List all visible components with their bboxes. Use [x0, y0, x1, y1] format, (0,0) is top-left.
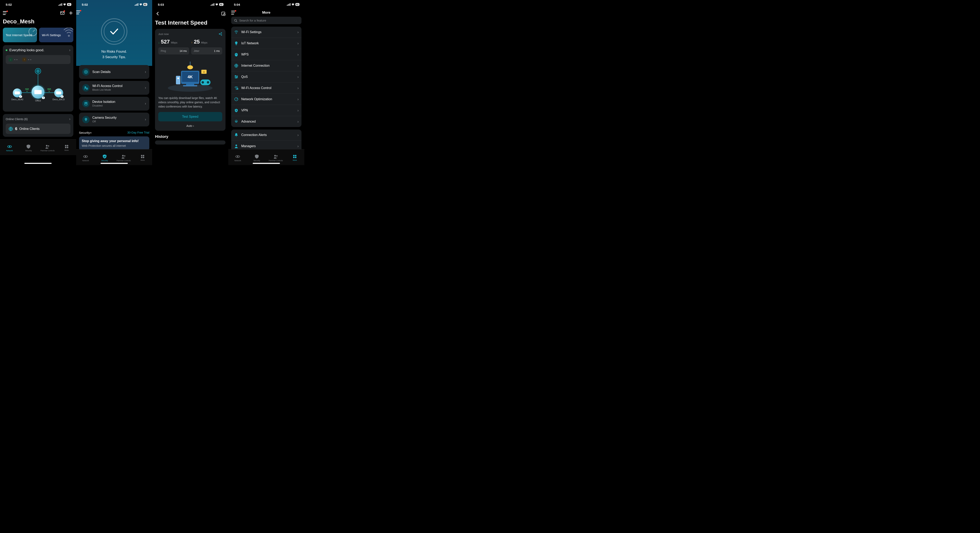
svg-point-46	[187, 65, 193, 69]
camera-security-item[interactable]: Camera Security Off ›	[79, 113, 150, 126]
status-bar: 5:02 82	[0, 0, 76, 9]
tab-more[interactable]: More	[133, 149, 152, 165]
node-client-count: 5	[42, 97, 45, 99]
svg-point-73	[237, 156, 238, 157]
screen-speed-test: 5:03 82 Test Internet Speed Just now ↓ 5…	[152, 0, 228, 165]
chevron-right-icon: ›	[145, 117, 146, 121]
network-status-card[interactable]: Everything looks good. › ↓ - - ↑ - - 1	[3, 45, 73, 112]
svg-point-42	[221, 32, 222, 34]
more-item-internet[interactable]: Internet Connection ›	[231, 60, 302, 71]
item-label: QoS	[241, 75, 295, 79]
more-item-access-control[interactable]: Wi-Fi Access Control ›	[231, 82, 302, 94]
promo-card[interactable]: Stop giving away your personal info! Web…	[79, 136, 150, 149]
bell-icon	[234, 133, 239, 137]
svg-rect-60	[289, 4, 290, 6]
svg-point-9	[9, 146, 10, 147]
speed-summary[interactable]: ↓ - - ↑ - -	[6, 55, 70, 64]
grid-icon	[141, 155, 145, 158]
tab-label: More	[64, 149, 68, 151]
device-isolation-item[interactable]: Device Isolation Disabled ›	[79, 97, 150, 110]
speed-result-card: Just now ↓ 527 Mbps ↑ 25 Mbps Ping 14 ms	[155, 29, 226, 131]
share-button[interactable]	[219, 32, 222, 36]
svg-rect-38	[213, 4, 213, 6]
schedule-button[interactable]	[221, 11, 226, 16]
wifi-settings-card[interactable]: Wi-Fi Settings	[39, 28, 73, 42]
svg-rect-14	[65, 147, 67, 148]
shield-icon	[102, 154, 107, 159]
more-item-qos[interactable]: QoS ›	[231, 71, 302, 82]
more-item-vpn[interactable]: VPN ›	[231, 105, 302, 116]
svg-point-31	[124, 155, 125, 156]
tab-parental[interactable]: Parental Controls	[38, 139, 57, 155]
node-label: Deco_69CD	[52, 98, 65, 101]
more-item-iot[interactable]: IoT Network ›	[231, 38, 302, 49]
menu-button[interactable]	[231, 11, 235, 14]
svg-point-75	[276, 155, 277, 156]
scan-details-item[interactable]: Scan Details ›	[79, 65, 150, 79]
history-list[interactable]	[155, 140, 226, 145]
svg-point-65	[237, 77, 237, 77]
auto-selector[interactable]: Auto ›	[158, 124, 222, 128]
more-item-optimization[interactable]: Network Optimization ›	[231, 94, 302, 105]
chevron-right-icon: ›	[298, 86, 299, 90]
svg-rect-3	[62, 3, 62, 6]
network-icon	[7, 144, 12, 149]
svg-rect-39	[214, 3, 214, 6]
status-indicators: 82	[135, 3, 147, 6]
more-item-advanced[interactable]: Advanced ›	[231, 116, 302, 127]
svg-rect-58	[287, 5, 288, 6]
menu-button[interactable]	[76, 11, 81, 14]
tab-network[interactable]: Network	[76, 149, 95, 165]
mesh-topology: 1 Deco_6EA0 5 Office 0 Deco_69CD	[6, 66, 70, 109]
tab-label: Security	[101, 160, 108, 161]
history-title: History	[152, 131, 228, 140]
tab-network[interactable]: Network	[228, 149, 247, 165]
wifi-access-control-item[interactable]: Wi-Fi Access Control Block List Mode ›	[79, 81, 150, 95]
svg-rect-76	[293, 155, 294, 156]
screen-security: 5:02 82 No Risks Found. 3 Security Tips.…	[76, 0, 152, 165]
status-indicators: 82	[59, 3, 71, 6]
home-indicator[interactable]	[24, 163, 52, 164]
tab-label: Parental Controls	[40, 150, 55, 152]
status-indicators: 82	[211, 3, 223, 6]
add-button[interactable]	[68, 11, 73, 16]
chevron-right-icon: ›	[298, 97, 299, 101]
online-clients-card[interactable]: Online Clients (6) › 6 Online Clients	[3, 114, 73, 137]
more-item-alerts[interactable]: Connection Alerts ›	[231, 129, 302, 140]
mail-button[interactable]	[60, 11, 65, 16]
page-title: More	[235, 11, 297, 14]
home-indicator[interactable]	[253, 163, 280, 164]
bulb-icon	[234, 41, 239, 46]
test-speed-button[interactable]: Test Speed	[158, 112, 222, 121]
tab-more[interactable]: More	[285, 149, 304, 165]
wifi-icon	[215, 3, 218, 6]
mesh-node-right[interactable]: 0 Deco_69CD	[52, 88, 65, 101]
chevron-right-icon: ›	[69, 48, 70, 52]
item-title: Scan Details	[92, 70, 142, 74]
tab-security[interactable]: Security	[19, 139, 38, 155]
trial-link[interactable]: 30-Day Free Trial	[127, 131, 149, 134]
back-button[interactable]	[155, 11, 160, 17]
grid-icon	[293, 155, 297, 158]
status-text: Everything looks good.	[10, 48, 67, 52]
speed-description: You can quickly download large files, wa…	[158, 96, 222, 109]
promo-text: Web Protection secures all internet	[82, 144, 147, 147]
svg-rect-15	[67, 147, 68, 148]
item-label: VPN	[241, 109, 295, 112]
mesh-node-left[interactable]: 1 Deco_6EA0	[11, 88, 23, 101]
search-input[interactable]: Search for a feature	[231, 17, 302, 24]
plus-icon	[68, 11, 73, 16]
svg-rect-1	[59, 4, 60, 6]
tab-network[interactable]: Network	[0, 139, 19, 155]
more-item-wps[interactable]: WPS ›	[231, 49, 302, 60]
svg-rect-34	[141, 157, 142, 158]
menu-button[interactable]	[3, 11, 7, 15]
test-speed-card[interactable]: Test Internet Speed	[3, 28, 37, 42]
tab-more[interactable]: More	[57, 139, 76, 155]
home-indicator[interactable]	[100, 163, 128, 164]
more-item-wifi-settings[interactable]: Wi-Fi Settings ›	[231, 27, 302, 38]
internet-node[interactable]	[35, 68, 41, 74]
item-label: Internet Connection	[241, 64, 295, 67]
mesh-node-center[interactable]: 5 Office	[32, 86, 45, 102]
svg-rect-33	[143, 155, 144, 156]
